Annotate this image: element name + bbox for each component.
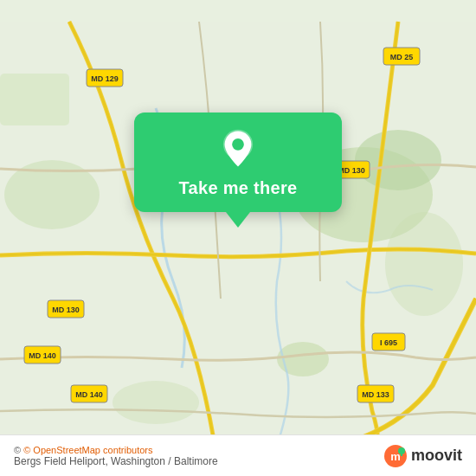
map-container: MD 129 MD 25 MD 130 MD 130 MD 140 MD 140… [0,0,476,476]
moovit-icon: m [383,444,408,468]
svg-text:MD 25: MD 25 [390,53,414,61]
svg-point-6 [277,342,329,376]
map-background: MD 129 MD 25 MD 130 MD 130 MD 140 MD 140… [0,0,476,476]
svg-text:MD 129: MD 129 [91,74,119,83]
svg-point-2 [355,130,441,190]
svg-point-30 [232,138,244,151]
take-me-there-button[interactable]: Take me there [179,178,298,198]
attribution-text: © © OpenStreetMap contributors [14,445,218,455]
svg-text:MD 130: MD 130 [52,306,80,314]
svg-point-5 [385,212,463,316]
moovit-logo: m moovit [383,444,462,468]
bottom-bar: © © OpenStreetMap contributors Bergs Fie… [0,434,476,476]
place-attribution: © © OpenStreetMap contributors Bergs Fie… [14,445,218,467]
svg-text:MD 133: MD 133 [362,390,389,399]
svg-rect-3 [0,74,69,125]
svg-text:I 695: I 695 [380,338,397,347]
place-name: Bergs Field Heliport, Washington / Balti… [14,455,218,467]
svg-point-7 [113,381,199,424]
moovit-label: moovit [411,447,462,465]
location-card: Take me there [134,113,342,212]
svg-text:MD 140: MD 140 [29,351,56,360]
pin-icon [217,128,259,170]
svg-text:MD 140: MD 140 [75,390,103,399]
copyright-symbol: © [14,445,23,455]
osm-link[interactable]: © OpenStreetMap contributors [23,445,152,455]
